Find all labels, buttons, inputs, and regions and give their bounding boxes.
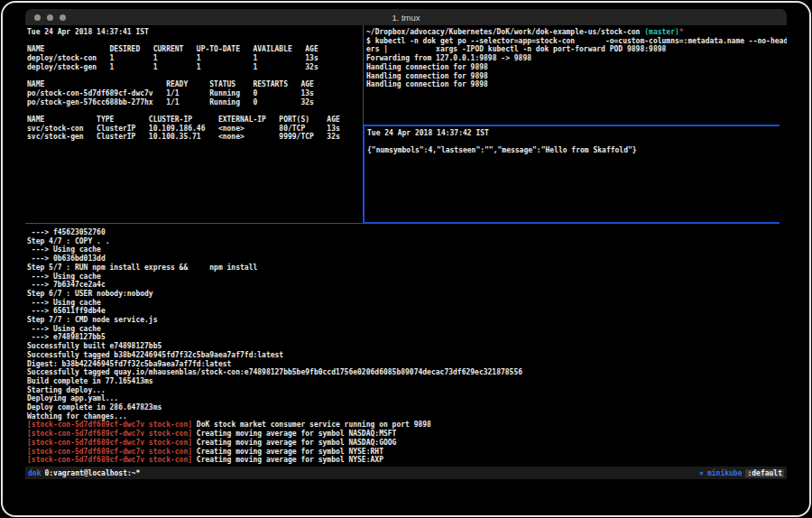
text-segment: NAME READY STATUS RESTARTS AGE	[27, 80, 314, 88]
terminal-line: Successfully tagged quay.io/mhausenblas/…	[27, 368, 785, 377]
terminal-line: Starting deploy...	[27, 386, 785, 395]
terminal-line: Handling connection for 9898	[366, 63, 785, 72]
zoom-button[interactable]	[60, 14, 66, 21]
text-segment: Digest: b38b42246945fd7f32c5ba9aea7af7fd…	[27, 360, 231, 368]
terminal-line: [stock-con-5d7df689cf-dwc7v stock-con] C…	[27, 430, 785, 439]
pane-curl-output-active[interactable]: Tue 24 Apr 2018 14:37:42 IST{"numsymbols…	[363, 125, 780, 224]
terminal-line: ---> Using cache	[27, 325, 785, 334]
terminal-line	[27, 72, 361, 81]
kube-context: minikube	[707, 469, 743, 477]
terminal-line: Handling connection for 9898	[366, 80, 785, 89]
terminal-line: Digest: b38b42246945fd7f32c5ba9aea7af7fd…	[27, 360, 785, 369]
status-right: ⎈minikube:default	[699, 469, 784, 477]
text-segment: Creating moving average for symbol NYSE:…	[192, 456, 383, 464]
text-segment: DoK stock market consumer service runnin…	[192, 421, 431, 429]
text-segment: Step 5/7 : RUN npm install express && np…	[27, 264, 257, 272]
terminal-line: Build complete in 77.165413ms	[27, 377, 785, 386]
terminal-line: Successfully tagged b38b42246945fd7f32c5…	[27, 351, 785, 360]
text-segment: Successfully tagged b38b42246945fd7f32c5…	[27, 351, 283, 359]
terminal-line: NAME DESIRED CURRENT UP-TO-DATE AVAILABL…	[27, 45, 361, 54]
text-segment: ---> Using cache	[27, 299, 101, 307]
tmux-status-bar: dok 0:vagrant@localhost:~* ⎈minikube:def…	[25, 467, 787, 479]
text-segment: Handling connection for 9898	[366, 72, 488, 80]
terminal-line: ---> 0b636bd013dd	[27, 254, 785, 264]
pane-kubectl-watch[interactable]: Tue 24 Apr 2018 14:37:41 ISTNAME DESIRED…	[25, 25, 363, 223]
text-segment: Forwarding from 127.0.0.1:9898 -> 9898	[366, 54, 531, 62]
text-segment: ers | xargs -IPOD kubectl -n dok port-fo…	[366, 45, 666, 53]
text-segment: deploy/stock-con 1 1 1 1 13s	[27, 54, 318, 62]
text-segment: Step 7/7 : CMD node service.js	[27, 316, 158, 324]
terminal-line: [stock-con-5d7df689cf-dwc7v stock-con] C…	[27, 456, 785, 465]
terminal-line: ---> Using cache	[27, 273, 785, 282]
text-segment: [stock-con-5d7df689cf-dwc7v stock-con]	[27, 456, 192, 464]
terminal-line: Deploying app.yaml...	[27, 394, 785, 403]
text-segment: [stock-con-5d7df689cf-dwc7v stock-con]	[27, 439, 192, 447]
traffic-light-buttons	[34, 14, 66, 21]
text-segment: Step 6/7 : USER nobody:nobody	[27, 290, 153, 298]
text-segment: ---> 0b636bd013dd	[27, 254, 106, 263]
tmux-session-name: dok	[28, 469, 41, 477]
terminal-line: $ kubectl -n dok get po --selector=app=s…	[366, 37, 785, 46]
terminal-line: Step 7/7 : CMD node service.js	[27, 316, 785, 325]
terminal-line	[27, 106, 361, 116]
terminal-line: svc/stock-con ClusterIP 10.109.186.46 <n…	[27, 125, 361, 134]
text-segment: po/stock-con-5d7df689cf-dwc7v 1/1 Runnin…	[27, 89, 314, 97]
terminal-line: ers | xargs -IPOD kubectl -n dok port-fo…	[366, 45, 785, 54]
terminal-line: [stock-con-5d7df689cf-dwc7v stock-con] C…	[27, 448, 785, 457]
text-segment: [stock-con-5d7df689cf-dwc7v stock-con]	[27, 421, 192, 429]
text-segment: Tue 24 Apr 2018 14:37:42 IST	[367, 129, 489, 137]
text-segment: NAME TYPE CLUSTER-IP EXTERNAL-IP PORT(S)…	[27, 116, 340, 124]
text-segment: Tue 24 Apr 2018 14:37:41 IST	[27, 28, 149, 36]
terminal-line: [stock-con-5d7df689cf-dwc7v stock-con] D…	[27, 421, 785, 430]
terminal-line: ---> e74898127bb5	[27, 333, 785, 342]
terminal-line: Deploy complete in 286.647823ms	[27, 403, 785, 412]
pane-divider-horizontal[interactable]	[25, 223, 363, 224]
terminal-window: 1. tmux Tue 24 Apr 2018 14:37:41 ISTNAME…	[25, 9, 787, 479]
pane-divider-vertical[interactable]	[363, 25, 364, 125]
terminal-line: Tue 24 Apr 2018 14:37:42 IST	[367, 129, 777, 138]
terminal-line	[27, 37, 361, 46]
text-segment: ---> Using cache	[27, 273, 101, 281]
text-segment: Build complete in 77.165413ms	[27, 377, 153, 385]
text-segment: ~/Dropbox/advocacy/Kubernetes/DoK/work/d…	[366, 28, 644, 36]
text-segment: ---> Using cache	[27, 325, 101, 333]
text-segment: Successfully built e74898127bb5	[27, 342, 161, 350]
terminal-line	[367, 138, 777, 147]
text-segment: Creating moving average for symbol NASDA…	[192, 439, 396, 447]
pane-skaffold-build-log[interactable]: ---> f45623052760Step 4/7 : COPY . . ---…	[25, 225, 787, 467]
minimize-button[interactable]	[47, 14, 53, 21]
text-segment: [stock-con-5d7df689cf-dwc7v stock-con]	[27, 430, 192, 438]
tmux-content-area: Tue 24 Apr 2018 14:37:41 ISTNAME DESIRED…	[25, 25, 787, 467]
text-segment: svc/stock-gen ClusterIP 10.100.35.71 <no…	[27, 133, 340, 141]
terminal-line: svc/stock-gen ClusterIP 10.100.35.71 <no…	[27, 133, 361, 142]
window-title: 1. tmux	[25, 13, 787, 23]
text-segment: deploy/stock-gen 1 1 1 1 32s	[27, 63, 318, 71]
terminal-line: po/stock-gen-576cc688bb-277hx 1/1 Runnin…	[27, 98, 361, 107]
terminal-line: Step 6/7 : USER nobody:nobody	[27, 290, 785, 299]
terminal-line: Forwarding from 127.0.0.1:9898 -> 9898	[366, 54, 785, 63]
kube-namespace: :default	[745, 469, 784, 477]
terminal-line: ---> 7b6347ce2a4c	[27, 281, 785, 290]
text-segment: Deploying app.yaml...	[27, 394, 118, 402]
text-segment: ---> 7b6347ce2a4c	[27, 281, 106, 289]
status-left: dok 0:vagrant@localhost:~*	[28, 469, 140, 477]
text-segment: $ kubectl -n dok get po --selector=app=s…	[366, 37, 787, 45]
text-segment: Handling connection for 9898	[366, 63, 488, 71]
tmux-window-item[interactable]: 0:vagrant@localhost:~*	[44, 469, 140, 477]
terminal-line: ---> Using cache	[27, 245, 785, 254]
text-segment: ---> 65611ff9db4e	[27, 307, 106, 315]
terminal-line: {"numsymbols":4,"lastseen":"","message":…	[367, 146, 777, 155]
text-segment: Creating moving average for symbol NASDA…	[192, 430, 396, 438]
terminal-line: ---> 65611ff9db4e	[27, 307, 785, 316]
text-segment: [stock-con-5d7df689cf-dwc7v stock-con]	[27, 448, 192, 456]
text-segment: ---> Using cache	[27, 245, 101, 254]
pane-port-forward[interactable]: ~/Dropbox/advocacy/Kubernetes/DoK/work/d…	[364, 25, 787, 125]
terminal-line: Step 5/7 : RUN npm install express && np…	[27, 264, 785, 273]
text-segment: NAME DESIRED CURRENT UP-TO-DATE AVAILABL…	[27, 45, 318, 53]
text-segment: po/stock-gen-576cc688bb-277hx 1/1 Runnin…	[27, 98, 314, 106]
text-segment: Watching for changes...	[27, 412, 127, 421]
terminal-line: [stock-con-5d7df689cf-dwc7v stock-con] C…	[27, 439, 785, 448]
terminal-line: Successfully built e74898127bb5	[27, 342, 785, 351]
terminal-line: Watching for changes...	[27, 412, 785, 421]
close-button[interactable]	[34, 14, 41, 21]
